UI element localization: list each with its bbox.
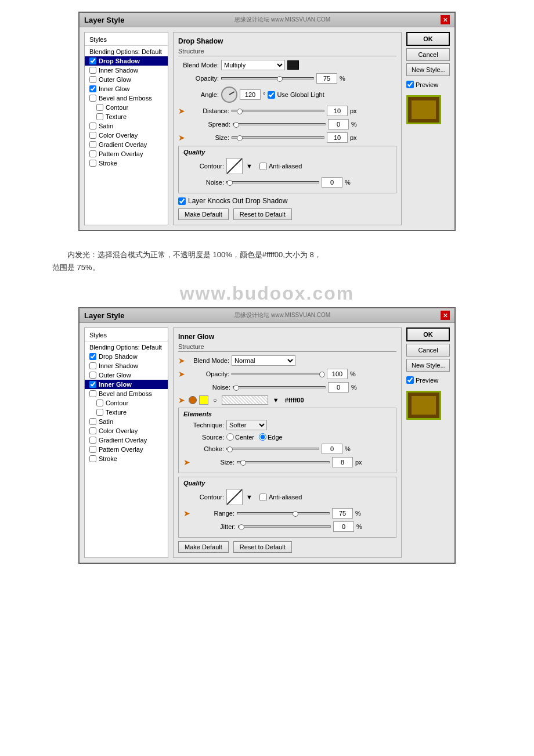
close-icon[interactable]: ✕ <box>441 15 450 24</box>
d2-inner-glow-checkbox[interactable] <box>89 381 96 388</box>
spread-input[interactable] <box>328 119 349 129</box>
sidebar-item-drop-shadow[interactable]: Drop Shadow <box>85 56 168 66</box>
sidebar-item-stroke[interactable]: Stroke <box>85 159 168 168</box>
dialog2-sidebar-texture[interactable]: Texture <box>85 408 168 417</box>
d2-noise-slider[interactable] <box>233 386 326 388</box>
dialog2-sidebar-satin[interactable]: Satin <box>85 417 168 426</box>
d2-blend-mode-select[interactable]: Normal <box>232 355 295 366</box>
d2-size-input[interactable] <box>332 457 353 467</box>
dialog2-sidebar-stroke[interactable]: Stroke <box>85 454 168 463</box>
d2-satin-checkbox[interactable] <box>89 418 96 425</box>
d2-ok-button[interactable]: OK <box>406 327 450 341</box>
contour-preview[interactable] <box>226 158 243 174</box>
dialog2-sidebar-drop-shadow[interactable]: Drop Shadow <box>85 352 168 361</box>
d2-source-edge-radio[interactable] <box>259 433 266 441</box>
sidebar-item-bevel-emboss[interactable]: Bevel and Emboss <box>85 93 168 103</box>
d2-technique-select[interactable]: Softer <box>226 420 267 430</box>
d2-choke-slider[interactable] <box>226 448 319 450</box>
dialog2-sidebar-pattern-overlay[interactable]: Pattern Overlay <box>85 445 168 454</box>
d2-pattern-overlay-checkbox[interactable] <box>89 446 96 453</box>
size-slider[interactable] <box>232 136 324 139</box>
sidebar-item-blending[interactable]: Blending Options: Default <box>85 47 168 56</box>
d2-size-slider[interactable] <box>237 461 330 463</box>
d2-opacity-input[interactable] <box>327 369 348 379</box>
d2-contour-preview[interactable] <box>226 489 243 505</box>
dialog2-sidebar-inner-shadow[interactable]: Inner Shadow <box>85 361 168 370</box>
noise-input[interactable] <box>322 177 342 188</box>
d2-noise-input[interactable] <box>328 382 349 393</box>
d2-drop-shadow-checkbox[interactable] <box>89 353 96 360</box>
d2-source-center-radio[interactable] <box>226 433 234 441</box>
new-style-button[interactable]: New Style... <box>406 63 450 76</box>
outer-glow-checkbox[interactable] <box>89 76 96 83</box>
dialog2-sidebar-contour[interactable]: Contour <box>85 398 168 408</box>
distance-input[interactable] <box>327 106 348 116</box>
dialog2-sidebar-color-overlay[interactable]: Color Overlay <box>85 426 168 435</box>
sidebar-item-pattern-overlay[interactable]: Pattern Overlay <box>85 149 168 159</box>
sidebar-item-inner-shadow[interactable]: Inner Shadow <box>85 66 168 75</box>
distance-slider[interactable] <box>232 110 324 112</box>
satin-checkbox[interactable] <box>89 123 96 129</box>
use-global-light-checkbox[interactable] <box>268 91 275 99</box>
stroke-checkbox[interactable] <box>89 160 96 167</box>
inner-glow-checkbox[interactable] <box>89 85 96 92</box>
sidebar-item-satin[interactable]: Satin <box>85 121 168 131</box>
d2-jitter-slider[interactable] <box>238 525 331 528</box>
sidebar-item-styles[interactable]: Styles <box>85 35 168 44</box>
d2-bevel-emboss-checkbox[interactable] <box>89 390 96 397</box>
dialog2-sidebar-blending[interactable]: Blending Options: Default <box>85 343 168 352</box>
spread-slider[interactable] <box>233 123 326 125</box>
contour-checkbox[interactable] <box>96 104 103 111</box>
d2-range-input[interactable] <box>332 508 353 519</box>
d2-gradient-overlay-checkbox[interactable] <box>89 437 96 444</box>
layer-knocks-checkbox[interactable] <box>178 197 186 205</box>
sidebar-item-contour[interactable]: Contour <box>85 103 168 112</box>
sidebar-item-gradient-overlay[interactable]: Gradient Overlay <box>85 140 168 149</box>
gradient-overlay-checkbox[interactable] <box>89 141 96 148</box>
dialog2-sidebar-styles[interactable]: Styles <box>85 330 168 340</box>
d2-reset-default-button[interactable]: Reset to Default <box>233 541 292 553</box>
pattern-overlay-checkbox[interactable] <box>89 150 96 157</box>
d2-yellow-swatch[interactable] <box>199 395 208 405</box>
sidebar-item-outer-glow[interactable]: Outer Glow <box>85 75 168 84</box>
contour-dropdown-icon[interactable]: ▼ <box>246 163 252 170</box>
ok-button[interactable]: OK <box>406 32 450 46</box>
opacity-input[interactable] <box>316 73 337 84</box>
size-input[interactable] <box>327 132 348 143</box>
dialog2-sidebar-gradient-overlay[interactable]: Gradient Overlay <box>85 435 168 445</box>
d2-jitter-input[interactable] <box>333 521 354 532</box>
drop-shadow-checkbox[interactable] <box>89 57 96 64</box>
d2-stroke-checkbox[interactable] <box>89 455 96 462</box>
opacity-slider[interactable] <box>221 77 314 80</box>
texture-checkbox[interactable] <box>96 113 103 120</box>
cancel-button[interactable]: Cancel <box>406 48 450 61</box>
d2-pattern-swatch[interactable] <box>222 395 268 405</box>
blend-mode-select[interactable]: Multiply <box>221 60 285 70</box>
d2-opacity-slider[interactable] <box>232 373 324 375</box>
d2-preview-checkbox[interactable] <box>406 376 414 384</box>
d2-inner-shadow-checkbox[interactable] <box>89 362 96 369</box>
preview-checkbox[interactable] <box>406 81 414 88</box>
inner-shadow-checkbox[interactable] <box>89 67 96 74</box>
d2-cancel-button[interactable]: Cancel <box>406 344 450 357</box>
sidebar-item-texture[interactable]: Texture <box>85 112 168 121</box>
d2-texture-checkbox[interactable] <box>96 409 103 416</box>
d2-range-slider[interactable] <box>237 512 330 514</box>
d2-color-overlay-checkbox[interactable] <box>89 427 96 434</box>
color-overlay-checkbox[interactable] <box>89 132 96 139</box>
d2-contour-checkbox[interactable] <box>96 399 103 406</box>
dialog2-sidebar-inner-glow[interactable]: Inner Glow <box>85 380 168 389</box>
d2-choke-input[interactable] <box>322 444 342 454</box>
d2-pattern-dropdown-icon[interactable]: ▼ <box>273 397 279 404</box>
d2-anti-aliased-checkbox[interactable] <box>259 494 267 501</box>
noise-slider[interactable] <box>226 181 319 183</box>
dialog2-sidebar-outer-glow[interactable]: Outer Glow <box>85 370 168 380</box>
sidebar-item-color-overlay[interactable]: Color Overlay <box>85 131 168 140</box>
angle-dial[interactable] <box>221 87 237 103</box>
d2-contour-dropdown-icon[interactable]: ▼ <box>246 494 252 501</box>
reset-default-button[interactable]: Reset to Default <box>233 208 292 220</box>
sidebar-item-inner-glow[interactable]: Inner Glow <box>85 84 168 93</box>
d2-new-style-button[interactable]: New Style... <box>406 359 450 372</box>
anti-aliased-checkbox[interactable] <box>259 163 267 170</box>
make-default-button[interactable]: Make Default <box>178 208 229 220</box>
